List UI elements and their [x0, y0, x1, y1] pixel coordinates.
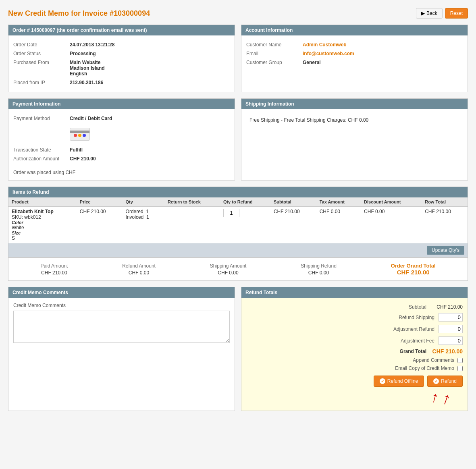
items-panel: Items to Refund Product Price Qty Return…	[8, 187, 468, 257]
purchased-from-label: Purchased From	[13, 60, 70, 77]
order-info-body: Order Date 24.07.2018 13:21:28 Order Sta…	[8, 35, 235, 92]
table-header-row: Product Price Qty Return to Stock Qty to…	[8, 197, 468, 207]
payment-info-body: Payment Method Credit / Debit Card Trans…	[8, 109, 235, 180]
email-copy-checkbox[interactable]	[457, 366, 463, 371]
auth-amount-value: CHF 210.00	[70, 156, 96, 162]
table-row: Elizabeth Knit Top SKU: wbk012 Color Whi…	[8, 207, 468, 243]
adjustment-fee-label: Adjustment Fee	[382, 338, 434, 344]
payment-shipping-section: Payment Information Payment Method Credi…	[8, 98, 468, 181]
customer-name-link[interactable]: Admin Customweb	[303, 42, 347, 48]
order-date-label: Order Date	[13, 42, 70, 48]
grand-total-refund-value: CHF 210.00	[430, 348, 463, 355]
payment-note: Order was placed using CHF	[13, 170, 230, 175]
email-value: info@customweb.com	[303, 51, 354, 56]
refund-label: Refund Amount	[122, 263, 156, 269]
page-container: New Credit Memo for Invoice #103000094 ▶…	[0, 0, 476, 419]
subtotal-cell: CHF 210.00	[270, 207, 316, 243]
customer-group-label: Customer Group	[246, 60, 303, 65]
qty-to-refund-input[interactable]	[223, 209, 239, 217]
paid-amount-item: Paid Amount CHF 210.00	[40, 263, 68, 276]
col-product: Product	[8, 197, 77, 207]
order-status-value: Processing	[70, 51, 96, 56]
col-qty: Qty	[123, 197, 164, 207]
append-comments-label: Append Comments	[413, 357, 454, 363]
placed-ip-value: 212.90.201.186	[70, 80, 103, 85]
order-date-row: Order Date 24.07.2018 13:21:28	[13, 40, 230, 49]
comments-body: Credit Memo Comments	[8, 298, 235, 349]
paid-value: CHF 210.00	[40, 270, 68, 276]
update-qty-button[interactable]: Update Qty's	[427, 246, 464, 255]
refund-shipping-row: Refund Shipping	[246, 311, 463, 323]
back-icon: ▶	[421, 10, 425, 16]
refund-offline-icon: ✓	[380, 378, 385, 384]
qty-to-refund-cell	[220, 207, 270, 243]
email-link[interactable]: info@customweb.com	[303, 51, 354, 56]
append-comments-row: Append Comments	[246, 356, 463, 364]
col-tax: Tax Amount	[316, 197, 361, 207]
adjustment-fee-row: Adjustment Fee	[246, 335, 463, 347]
color-label: Color	[12, 220, 73, 225]
account-info-panel: Account Information Customer Name Admin …	[241, 25, 468, 92]
page-title: New Credit Memo for Invoice #103000094	[8, 9, 150, 18]
col-price: Price	[77, 197, 123, 207]
product-name: Elizabeth Knit Top	[12, 209, 73, 214]
grand-total-refund-label: Grand Total	[400, 349, 426, 354]
card-icon	[70, 128, 90, 141]
page-header: New Credit Memo for Invoice #103000094 ▶…	[8, 8, 468, 19]
tax-cell: CHF 0.00	[316, 207, 361, 243]
order-status-row: Order Status Processing	[13, 49, 230, 58]
shipping-info-header: Shipping Information	[241, 99, 468, 109]
comments-textarea[interactable]	[13, 311, 230, 343]
email-copy-label: Email Copy of Credit Memo	[395, 365, 454, 371]
refund-amount-item: Refund Amount CHF 0.00	[122, 263, 156, 276]
payment-method-row: Payment Method Credit / Debit Card	[13, 114, 230, 123]
append-comments-checkbox[interactable]	[457, 358, 463, 363]
reset-button[interactable]: Reset	[445, 8, 468, 19]
bottom-section: Credit Memo Comments Credit Memo Comment…	[8, 287, 468, 411]
refund-icon: ✓	[433, 378, 439, 384]
product-cell: Elizabeth Knit Top SKU: wbk012 Color Whi…	[8, 207, 77, 243]
purchased-from-row: Purchased From Main WebsiteMadison Islan…	[13, 58, 230, 78]
refund-label: Refund	[441, 378, 457, 384]
order-date-value: 24.07.2018 13:21:28	[70, 42, 114, 48]
header-buttons: ▶ Back Reset	[416, 8, 468, 19]
price-cell: CHF 210.00	[77, 207, 123, 243]
paid-label: Paid Amount	[40, 263, 68, 269]
refund-button[interactable]: ✓ Refund	[427, 376, 463, 387]
adjustment-refund-input[interactable]	[439, 325, 463, 333]
order-info-panel: Order # 145000097 (the order confirmatio…	[8, 25, 235, 92]
top-section: Order # 145000097 (the order confirmatio…	[8, 25, 468, 92]
order-info-header: Order # 145000097 (the order confirmatio…	[8, 25, 235, 35]
refund-totals-panel: Refund Totals Subtotal CHF 210.00 Refund…	[241, 287, 468, 411]
payment-info-panel: Payment Information Payment Method Credi…	[8, 98, 235, 181]
shipping-info-body: Free Shipping - Free Total Shipping Char…	[241, 109, 468, 131]
comments-header: Credit Memo Comments	[8, 287, 235, 298]
size-label: Size	[12, 230, 73, 235]
adjustment-fee-input[interactable]	[439, 336, 463, 345]
email-label: Email	[246, 51, 303, 56]
shipping-amount-item: Shipping Amount CHF 0.00	[210, 263, 247, 276]
account-info-body: Customer Name Admin Customweb Email info…	[241, 35, 468, 72]
auth-amount-row: Authorization Amount CHF 210.00	[13, 154, 230, 163]
dot-red	[74, 134, 77, 137]
qty-cell: Ordered 1 Invoiced 1	[123, 207, 164, 243]
dot-blue	[83, 134, 86, 137]
refund-shipping-input[interactable]	[439, 313, 463, 322]
refund-offline-button[interactable]: ✓ Refund Offline	[374, 376, 424, 387]
totals-summary: Paid Amount CHF 210.00 Refund Amount CHF…	[8, 257, 468, 281]
back-button[interactable]: ▶ Back	[416, 8, 443, 19]
refund-totals-header: Refund Totals	[241, 287, 468, 298]
refund-totals-body: Subtotal CHF 210.00 Refund Shipping Adju…	[241, 298, 468, 411]
product-sku: SKU: wbk012	[12, 214, 73, 220]
subtotal-row: Subtotal CHF 210.00	[246, 303, 463, 311]
placed-ip-row: Placed from IP 212.90.201.186	[13, 78, 230, 87]
transaction-value: Fulfill	[70, 147, 83, 153]
subtotal-label: Subtotal	[374, 304, 426, 310]
grand-total-row: Grand Total CHF 210.00	[246, 347, 463, 356]
account-info-header: Account Information	[241, 25, 468, 35]
col-subtotal: Subtotal	[270, 197, 316, 207]
subtotal-value: CHF 210.00	[430, 304, 463, 310]
update-btn-row: Update Qty's	[8, 243, 468, 257]
email-row: Email info@customweb.com	[246, 49, 463, 58]
comments-field-label: Credit Memo Comments	[13, 303, 230, 308]
